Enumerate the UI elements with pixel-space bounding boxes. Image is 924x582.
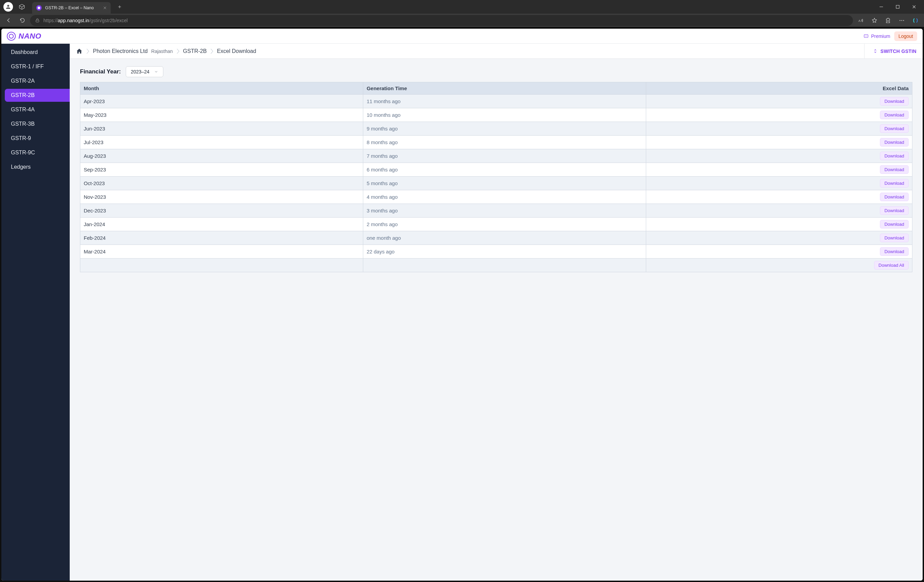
table-row: Oct-20235 months agoDownload (80, 176, 912, 190)
sidebar-item-gstr-2a[interactable]: GSTR-2A (5, 74, 70, 87)
cell-excel-data: Download (646, 108, 912, 122)
download-button[interactable]: Download (880, 247, 909, 256)
cell-excel-data: Download (646, 245, 912, 259)
cell-generation-time: 3 months ago (363, 204, 646, 218)
cell-month: Feb-2024 (80, 231, 363, 245)
back-button[interactable] (3, 15, 14, 26)
cell-excel-data: Download (646, 149, 912, 163)
cell-month: Aug-2023 (80, 149, 363, 163)
excel-download-table: Month Generation Time Excel Data Apr-202… (80, 82, 912, 272)
sidebar-item-gstr-1-iff[interactable]: GSTR-1 / IFF (5, 60, 70, 73)
cell-month: Dec-2023 (80, 204, 363, 218)
premium-link[interactable]: Premium (863, 33, 890, 39)
download-button[interactable]: Download (880, 165, 909, 174)
financial-year-value: 2023–24 (131, 69, 150, 74)
svg-point-5 (901, 20, 902, 20)
browser-tab[interactable]: GSTR-2B – Excel – Nano (32, 2, 111, 14)
cell-month: Oct-2023 (80, 176, 363, 190)
sort-icon (873, 48, 878, 54)
cell-generation-time: 10 months ago (363, 108, 646, 122)
sidebar-item-ledgers[interactable]: Ledgers (5, 160, 70, 173)
svg-point-4 (900, 20, 901, 20)
svg-rect-7 (864, 35, 868, 38)
sidebar-item-gstr-2b[interactable]: GSTR-2B (5, 89, 70, 102)
breadcrumb-company[interactable]: Photon Electronics Ltd Rajasthan (93, 48, 173, 54)
chevron-down-icon (154, 70, 158, 74)
read-aloud-icon[interactable]: A (855, 15, 866, 26)
more-menu-icon[interactable] (896, 15, 908, 26)
cell-month: Sep-2023 (80, 163, 363, 176)
table-row: Aug-20237 months agoDownload (80, 149, 912, 163)
sidebar-nav: DashboardGSTR-1 / IFFGSTR-2AGSTR-2BGSTR-… (2, 44, 70, 580)
sidebar-item-dashboard[interactable]: Dashboard (5, 46, 70, 59)
sidebar-item-gstr-9c[interactable]: GSTR-9C (5, 146, 70, 159)
cell-generation-time: 8 months ago (363, 135, 646, 149)
app-viewport: NANO Premium Logout DashboardGSTR-1 / IF… (2, 29, 922, 580)
svg-rect-2 (36, 20, 39, 22)
col-header-generation-time: Generation Time (363, 82, 646, 95)
lock-icon (35, 18, 40, 23)
refresh-button[interactable] (16, 15, 28, 26)
logout-button[interactable]: Logout (894, 31, 917, 41)
svg-point-0 (38, 7, 40, 9)
download-button[interactable]: Download (880, 220, 909, 229)
table-row: Sep-20236 months agoDownload (80, 163, 912, 176)
financial-year-select[interactable]: 2023–24 (126, 66, 164, 77)
brand-name: NANO (18, 32, 41, 41)
table-row: Nov-20234 months agoDownload (80, 190, 912, 204)
table-footer-row: Download All (80, 259, 912, 272)
cell-generation-time: 5 months ago (363, 176, 646, 190)
cell-generation-time: 9 months ago (363, 122, 646, 135)
cell-generation-time: 11 months ago (363, 95, 646, 108)
favorites-icon[interactable] (869, 15, 880, 26)
address-bar[interactable]: https://app.nanogst.in/gstin/gstr2b/exce… (30, 15, 853, 26)
workspaces-icon[interactable] (18, 3, 25, 10)
cell-excel-data: Download (646, 163, 912, 176)
download-button[interactable]: Download (880, 124, 909, 133)
window-close-button[interactable] (906, 2, 922, 12)
sidebar-item-gstr-9[interactable]: GSTR-9 (5, 132, 70, 145)
download-button[interactable]: Download (880, 179, 909, 188)
tab-close-button[interactable] (102, 5, 107, 10)
cell-excel-data: Download (646, 135, 912, 149)
tab-favicon-icon (36, 5, 42, 11)
download-button[interactable]: Download (880, 97, 909, 106)
download-button[interactable]: Download (880, 152, 909, 160)
col-header-excel-data: Excel Data (646, 82, 912, 95)
sidebar-item-gstr-4a[interactable]: GSTR-4A (5, 103, 70, 116)
download-button[interactable]: Download (880, 110, 909, 119)
table-row: Feb-2024one month agoDownload (80, 231, 912, 245)
download-button[interactable]: Download (880, 234, 909, 242)
download-button[interactable]: Download (880, 193, 909, 201)
cell-month: Mar-2024 (80, 245, 363, 259)
home-icon[interactable] (76, 48, 83, 54)
chevron-right-icon (210, 48, 214, 54)
premium-icon (863, 33, 869, 39)
table-row: Jul-20238 months agoDownload (80, 135, 912, 149)
cell-generation-time: 22 days ago (363, 245, 646, 259)
switch-gstin-button[interactable]: SWITCH GSTIN (864, 44, 916, 58)
table-header-row: Month Generation Time Excel Data (80, 82, 912, 95)
browser-toolbar: https://app.nanogst.in/gstin/gstr2b/exce… (0, 14, 924, 27)
extensions-icon[interactable] (882, 15, 894, 26)
cell-generation-time: 2 months ago (363, 218, 646, 231)
copilot-icon[interactable] (910, 15, 921, 26)
breadcrumb-state: Rajasthan (152, 48, 173, 54)
window-maximize-button[interactable] (890, 2, 906, 12)
download-button[interactable]: Download (880, 138, 909, 147)
download-all-button[interactable]: Download All (874, 261, 909, 269)
main-panel: Photon Electronics Ltd Rajasthan GSTR-2B… (70, 44, 922, 580)
table-row: Dec-20233 months agoDownload (80, 204, 912, 218)
cell-month: Jan-2024 (80, 218, 363, 231)
new-tab-button[interactable] (115, 2, 124, 12)
profile-avatar[interactable] (3, 2, 13, 12)
sidebar-item-gstr-3b[interactable]: GSTR-3B (5, 117, 70, 130)
cell-generation-time: 6 months ago (363, 163, 646, 176)
breadcrumb-section[interactable]: GSTR-2B (183, 48, 207, 54)
brand-logo-icon (7, 32, 16, 41)
brand[interactable]: NANO (7, 32, 41, 41)
download-button[interactable]: Download (880, 206, 909, 215)
breadcrumb-page: Excel Download (217, 48, 256, 54)
window-minimize-button[interactable] (873, 2, 889, 12)
cell-month: Apr-2023 (80, 95, 363, 108)
